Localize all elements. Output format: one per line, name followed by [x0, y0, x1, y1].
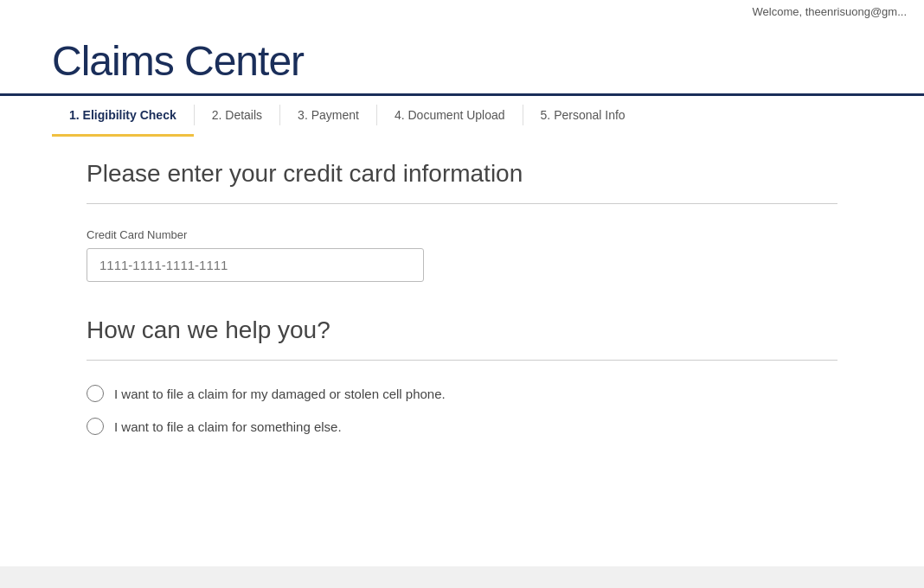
radio-input-1[interactable] [87, 385, 104, 402]
tab-4-label: Document Upload [408, 108, 505, 122]
help-section: How can we help you? I want to file a cl… [87, 316, 837, 435]
top-bar: Welcome, theenrisuong@gm... [0, 0, 924, 23]
tab-personal-info[interactable]: 5. Personal Info [523, 96, 643, 137]
radio-input-2[interactable] [87, 418, 104, 435]
radio-item-2[interactable]: I want to file a claim for something els… [87, 418, 837, 435]
credit-card-number-input[interactable] [87, 248, 424, 282]
tab-eligibility-check[interactable]: 1. Eligibility Check [52, 96, 194, 137]
tab-5-label: Personal Info [554, 108, 626, 122]
welcome-text: Welcome, theenrisuong@gm... [753, 5, 907, 18]
tab-2-label: Details [225, 108, 262, 122]
radio-item-1[interactable]: I want to file a claim for my damaged or… [87, 385, 837, 402]
tab-payment[interactable]: 3. Payment [280, 96, 376, 137]
tab-1-number: 1. [69, 108, 83, 122]
credit-card-number-label: Credit Card Number [87, 228, 837, 241]
credit-card-section: Please enter your credit card informatio… [87, 160, 837, 282]
radio-label-1: I want to file a claim for my damaged or… [114, 387, 446, 401]
tab-2-number: 2. [212, 108, 226, 122]
page-title: Claims Center [52, 37, 872, 85]
tab-document-upload[interactable]: 4. Document Upload [377, 96, 523, 137]
tab-3-label: Payment [311, 108, 359, 122]
tab-5-number: 5. [541, 108, 555, 122]
tab-3-number: 3. [298, 108, 311, 122]
tabs-container: 1. Eligibility Check 2. Details 3. Payme… [0, 93, 924, 134]
page-title-section: Claims Center [0, 23, 924, 93]
radio-group: I want to file a claim for my damaged or… [87, 385, 837, 435]
divider-1 [87, 203, 837, 204]
tab-1-label: Eligibility Check [83, 108, 176, 122]
tab-4-number: 4. [395, 108, 408, 122]
credit-card-section-title: Please enter your credit card informatio… [87, 160, 837, 188]
help-section-title: How can we help you? [87, 316, 837, 344]
divider-2 [87, 360, 837, 361]
main-content: Please enter your credit card informatio… [0, 134, 924, 566]
radio-label-2: I want to file a claim for something els… [114, 419, 342, 434]
tab-details[interactable]: 2. Details [195, 96, 279, 137]
